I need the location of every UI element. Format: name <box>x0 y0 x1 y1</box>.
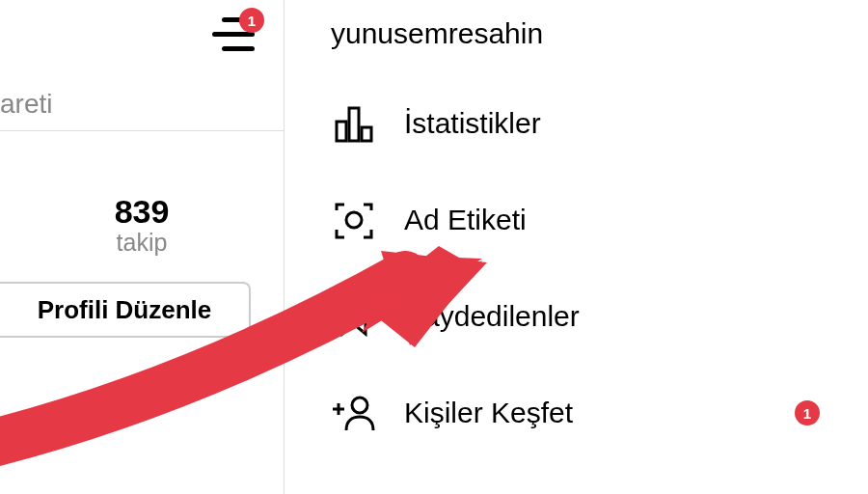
menu-item-nametag[interactable]: Ad Etiketi <box>331 197 868 243</box>
svg-point-3 <box>346 212 362 228</box>
side-menu: yunusemresahin İstatistikler <box>285 0 868 494</box>
menu-label: Ad Etiketi <box>404 204 527 236</box>
menu-item-statistics[interactable]: İstatistikler <box>331 100 868 147</box>
menu-label: Kaydedilenler <box>404 300 580 333</box>
svg-rect-0 <box>337 122 346 141</box>
username: yunusemresahin <box>331 17 868 50</box>
following-stat[interactable]: 839 takip <box>0 193 284 257</box>
following-count: 839 <box>0 193 284 231</box>
discover-badge: 1 <box>795 400 820 425</box>
profile-panel: 1 areti 839 takip Profili Düzenle <box>0 0 285 494</box>
svg-point-6 <box>352 398 367 413</box>
edit-profile-button[interactable]: Profili Düzenle <box>0 282 251 338</box>
add-person-icon <box>331 390 377 436</box>
partial-cutoff-text: areti <box>0 89 52 120</box>
hamburger-badge: 1 <box>239 8 264 33</box>
divider <box>0 130 284 131</box>
menu-label: İstatistikler <box>404 107 541 140</box>
menu-label: Kişiler Keşfet <box>404 397 573 429</box>
scan-icon <box>331 197 377 243</box>
bookmark-icon <box>331 293 377 340</box>
following-label: takip <box>0 229 284 257</box>
svg-rect-1 <box>349 108 359 141</box>
menu-item-discover-people[interactable]: Kişiler Keşfet 1 <box>331 390 868 436</box>
bar-chart-icon <box>331 100 377 147</box>
svg-rect-2 <box>362 127 371 141</box>
menu-item-saved[interactable]: Kaydedilenler <box>331 293 868 340</box>
